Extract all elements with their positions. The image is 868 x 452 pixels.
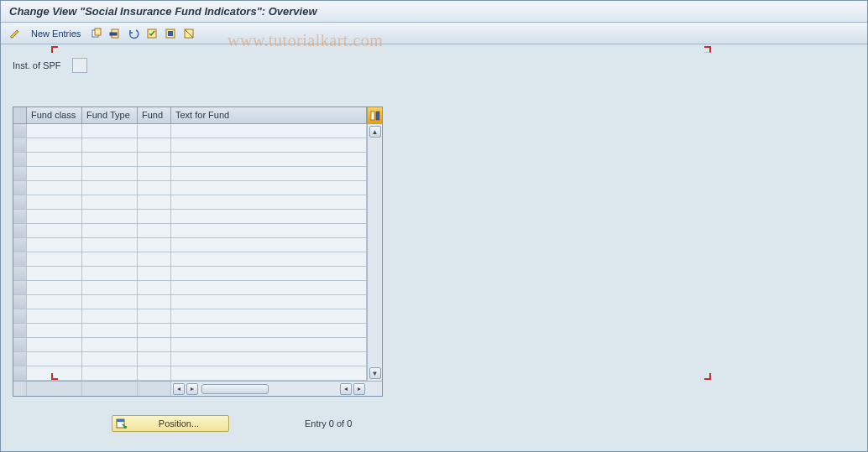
table-row[interactable] <box>13 153 367 167</box>
horizontal-scrollbar[interactable]: ◂ ▸ ◂ ▸ <box>13 381 382 396</box>
col-fund-class[interactable]: Fund class <box>27 107 82 123</box>
row-selector-header[interactable] <box>13 107 27 123</box>
vertical-scrollbar[interactable]: ▲ ▼ <box>367 124 382 381</box>
table-row[interactable] <box>13 210 367 224</box>
table-row[interactable] <box>13 324 367 338</box>
application-toolbar: New Entries <box>1 23 867 44</box>
scroll-right-icon[interactable]: ◂ <box>340 383 352 395</box>
table-row[interactable] <box>13 238 367 252</box>
change-display-icon[interactable] <box>8 26 23 41</box>
position-button-label: Position... <box>133 418 225 429</box>
window-title: Change View "Social Insurance Fund Indic… <box>1 1 867 23</box>
table-row[interactable] <box>13 352 367 366</box>
table-rows-area <box>13 124 367 381</box>
table-row[interactable] <box>13 366 367 381</box>
table-row[interactable] <box>13 138 367 153</box>
new-entries-button[interactable]: New Entries <box>31 29 81 39</box>
scroll-first-icon[interactable]: ◂ <box>173 383 185 395</box>
crop-corner-br <box>704 373 711 380</box>
position-button[interactable]: Position... <box>112 415 229 432</box>
table-row[interactable] <box>13 124 367 138</box>
data-table: Fund class Fund Type Fund Text for Fund <box>13 107 383 397</box>
select-all-icon[interactable] <box>144 26 159 41</box>
inst-spf-label: Inst. of SPF <box>13 60 60 70</box>
col-text-for-fund[interactable]: Text for Fund <box>171 107 367 123</box>
table-header-row: Fund class Fund Type Fund Text for Fund <box>13 107 382 124</box>
configure-columns-icon[interactable] <box>367 107 382 123</box>
crop-corner-tl <box>51 46 58 53</box>
svg-rect-11 <box>376 112 379 120</box>
inst-spf-input[interactable] <box>72 58 87 73</box>
table-row[interactable] <box>13 281 367 295</box>
copy-icon[interactable] <box>89 26 104 41</box>
content-area: Inst. of SPF Fund class Fund Type Fund T… <box>1 44 867 440</box>
table-row[interactable] <box>13 295 367 309</box>
crop-corner-tr <box>704 46 711 53</box>
scroll-last-icon[interactable]: ▸ <box>353 383 365 395</box>
scroll-down-icon[interactable]: ▼ <box>369 367 381 379</box>
col-fund[interactable]: Fund <box>138 107 171 123</box>
table-row[interactable] <box>13 181 367 195</box>
select-block-icon[interactable] <box>163 26 178 41</box>
table-row[interactable] <box>13 167 367 181</box>
inst-spf-field-row: Inst. of SPF <box>13 58 855 73</box>
table-row[interactable] <box>13 195 367 210</box>
table-row[interactable] <box>13 252 367 267</box>
table-row[interactable] <box>13 338 367 352</box>
entry-status: Entry 0 of 0 <box>305 418 352 429</box>
footer-row: Position... Entry 0 of 0 <box>13 415 855 432</box>
table-row[interactable] <box>13 267 367 281</box>
table-row[interactable] <box>13 309 367 324</box>
svg-rect-3 <box>110 33 117 35</box>
scroll-left-icon[interactable]: ▸ <box>186 383 198 395</box>
table-row[interactable] <box>13 224 367 238</box>
delete-icon[interactable] <box>107 26 123 41</box>
svg-rect-13 <box>117 419 124 422</box>
svg-rect-1 <box>95 29 101 35</box>
col-fund-type[interactable]: Fund Type <box>82 107 138 123</box>
svg-rect-10 <box>371 112 374 120</box>
svg-rect-6 <box>168 31 173 36</box>
hscroll-thumb[interactable] <box>201 384 269 394</box>
undo-icon[interactable] <box>126 26 141 41</box>
deselect-all-icon[interactable] <box>181 26 196 41</box>
scroll-up-icon[interactable]: ▲ <box>369 126 381 138</box>
position-icon <box>116 418 128 429</box>
